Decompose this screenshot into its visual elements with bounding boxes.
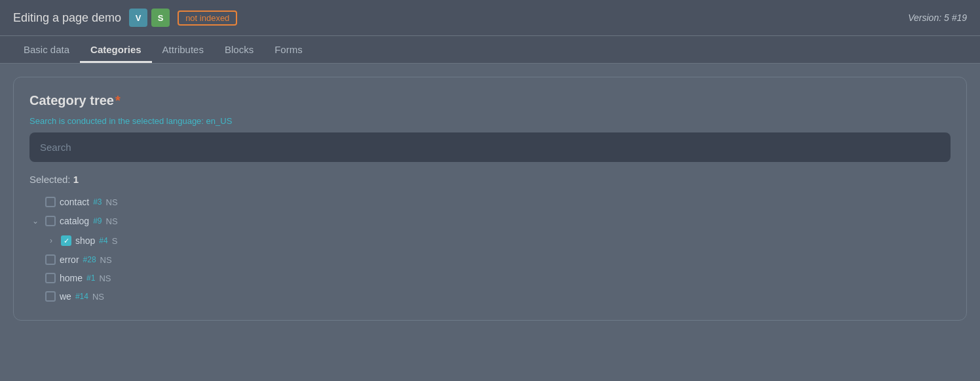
item-label-catalog: catalog: [60, 216, 89, 226]
tree-item-shop: › shop #4 S: [29, 232, 951, 249]
item-ns-error: NS: [100, 255, 112, 265]
item-label-error: error: [60, 254, 79, 265]
tab-basic-data[interactable]: Basic data: [13, 36, 80, 63]
selected-count: 1: [73, 174, 79, 185]
page-title: Editing a page demo: [13, 11, 121, 25]
item-id-catalog: #9: [93, 216, 102, 226]
expand-shop-btn[interactable]: ›: [45, 235, 57, 247]
item-id-shop: #4: [99, 236, 107, 245]
tab-categories[interactable]: Categories: [80, 36, 152, 63]
page-header: Editing a page demo V S not indexed Vers…: [0, 0, 980, 36]
tree-item-error: error #28 NS: [29, 252, 951, 268]
avatar-v[interactable]: V: [129, 9, 147, 27]
item-id-error: #28: [83, 255, 96, 264]
main-content: Category tree* Search is conducted in th…: [0, 64, 980, 334]
checkbox-shop[interactable]: [61, 235, 71, 246]
version-info: Version: 5 #19: [908, 12, 967, 23]
item-label-shop: shop: [75, 235, 95, 246]
item-label-we: we: [60, 291, 71, 302]
tab-blocks[interactable]: Blocks: [214, 36, 264, 63]
checkbox-contact[interactable]: [45, 197, 56, 207]
item-label-contact: contact: [60, 197, 89, 207]
search-input[interactable]: [35, 135, 945, 159]
checkbox-we[interactable]: [45, 291, 56, 302]
item-ns-we: NS: [92, 292, 104, 302]
checkbox-catalog[interactable]: [45, 216, 56, 226]
avatar-s[interactable]: S: [151, 9, 170, 27]
checkbox-error[interactable]: [45, 254, 56, 265]
checkbox-home[interactable]: [45, 273, 56, 283]
tab-attributes[interactable]: Attributes: [152, 36, 214, 63]
not-indexed-badge: not indexed: [178, 10, 237, 26]
item-ns-shop: S: [112, 236, 118, 246]
item-ns-home: NS: [99, 273, 111, 283]
item-label-home: home: [60, 273, 83, 283]
item-id-we: #14: [75, 292, 88, 301]
category-tree: contact #3 NS ⌄ catalog #9 NS › shop #4 …: [29, 194, 951, 304]
tab-forms[interactable]: Forms: [264, 36, 313, 63]
item-id-home: #1: [86, 273, 95, 283]
search-lang-hint: Search is conducted in the selected lang…: [29, 116, 951, 126]
item-id-contact: #3: [93, 197, 102, 207]
category-tree-card: Category tree* Search is conducted in th…: [13, 77, 967, 321]
nav-tabs: Basic data Categories Attributes Blocks …: [0, 36, 980, 64]
tree-item-home: home #1 NS: [29, 270, 951, 286]
tree-item-we: we #14 NS: [29, 289, 951, 304]
card-title: Category tree*: [29, 93, 951, 108]
item-ns-contact: NS: [106, 197, 118, 207]
item-ns-catalog: NS: [106, 216, 118, 226]
tree-item-catalog: ⌄ catalog #9 NS: [29, 212, 951, 230]
selected-label: Selected: 1: [29, 174, 951, 185]
search-input-wrapper: [29, 132, 951, 162]
collapse-catalog-btn[interactable]: ⌄: [29, 215, 41, 227]
required-indicator: *: [115, 93, 121, 108]
tree-item-contact: contact #3 NS: [29, 194, 951, 210]
